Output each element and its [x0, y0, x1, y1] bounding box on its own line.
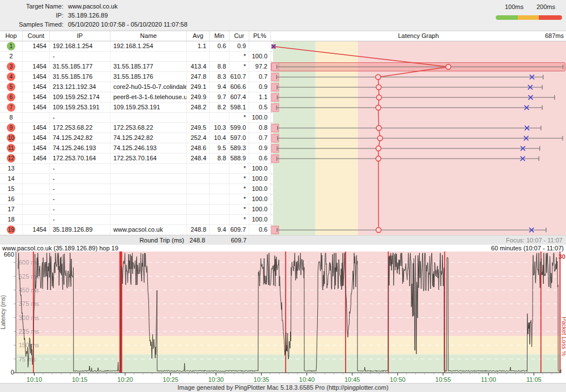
hop-row-3[interactable]: 3145431.55.185.17731.55.185.177413.48.8*…	[0, 62, 271, 72]
samples-timed-value: 05/10/2020 10:07:58 - 05/10/2020 11:07:5…	[68, 21, 188, 28]
timeline-header: www.pacsol.co.uk (35.189.126.89) hop 19 …	[0, 245, 566, 252]
hop-latency-graph[interactable]	[271, 41, 566, 235]
round-trip-bar: Round Trip (ms) 248.8 609.7 Focus: 10:07…	[0, 235, 566, 245]
gridline-label: 450 ms	[19, 287, 40, 293]
cell	[249, 41, 271, 51]
cell: 248.2	[187, 103, 210, 112]
cell: *	[229, 52, 249, 61]
cell: 10.3	[210, 123, 229, 133]
cell: 100.0	[249, 215, 271, 224]
hop-row-7[interactable]: 71454109.159.253.191109.159.253.191248.2…	[0, 103, 271, 113]
x-axis-time-label: 10:40	[299, 376, 315, 383]
hop-row-12[interactable]: 121454172.253.70.164172.253.70.164248.48…	[0, 154, 271, 164]
hop-row-6[interactable]: 61454109.159.252.174peer8-et-3-1-6.teleh…	[0, 92, 271, 103]
cell: 74.125.242.82	[110, 133, 187, 143]
cell	[110, 194, 187, 204]
average-latency-dot	[376, 146, 381, 151]
column-header-count[interactable]: Count	[23, 31, 50, 41]
latency-axis-label: Latency (ms)	[0, 295, 6, 330]
cell: 100.0	[249, 164, 271, 173]
cell: 100.0	[249, 113, 271, 122]
cell: -	[50, 194, 110, 204]
legend-100ms-label: 100ms	[505, 3, 524, 10]
x-axis-time-label: 10:45	[344, 376, 360, 383]
latency-graph-title: Latency Graph	[271, 31, 566, 41]
x-axis-time-label: 10:15	[72, 376, 88, 383]
column-header-cur[interactable]: Cur	[229, 31, 249, 41]
cell	[187, 52, 210, 61]
hop-row-18[interactable]: 18-*100.0	[0, 215, 271, 225]
cell	[110, 184, 187, 194]
packet-loss-max-label: 30	[559, 253, 565, 260]
x-axis-time-label: 10:20	[117, 376, 133, 383]
cell: peer8-et-3-1-6.telehouse.ukco	[110, 92, 187, 102]
cell	[23, 184, 50, 194]
hop-status-dot-red: 7	[7, 103, 15, 112]
hop-row-13[interactable]: 13-*100.0	[0, 164, 271, 174]
hop-number-cell: 3	[0, 62, 23, 71]
cell	[187, 174, 210, 184]
cell: 109.159.253.191	[110, 103, 187, 112]
latency-scale-legend: 100ms 200ms	[496, 3, 564, 23]
samples-timed-line: Samples Timed:05/10/2020 10:07:58 - 05/1…	[0, 20, 188, 28]
hop-status-dot-green: 1	[7, 42, 15, 50]
cell	[23, 164, 50, 173]
hop-number-cell: 12	[0, 154, 23, 163]
hop-row-17[interactable]: 17-*100.0	[0, 204, 271, 215]
cell	[210, 194, 229, 204]
column-header-ip[interactable]: IP	[50, 31, 110, 41]
average-latency-dot	[376, 126, 381, 131]
cell: 597.0	[229, 133, 249, 143]
hop-row-8[interactable]: 8-*100.0	[0, 113, 271, 123]
cell	[187, 194, 210, 204]
cell	[210, 204, 229, 214]
hop-row-11[interactable]: 11145474.125.246.19374.125.246.193248.69…	[0, 143, 271, 154]
cell: core2-hu0-15-0-7.colindale.uk	[110, 82, 187, 92]
hop-status-dot-red: 3	[7, 62, 15, 71]
cell: 248.6	[187, 143, 210, 153]
hop-row-2[interactable]: 2-*100.0	[0, 52, 271, 62]
column-header-min[interactable]: Min	[210, 31, 229, 41]
column-header-name[interactable]: Name	[110, 31, 187, 41]
cell: 0.8	[249, 123, 271, 133]
column-header-hop[interactable]: Hop	[0, 31, 23, 41]
cell: 0.5	[249, 103, 271, 112]
cell: 1.1	[249, 92, 271, 102]
cell	[187, 164, 210, 173]
legend-yellow-segment	[518, 15, 539, 20]
hop-status-dot-red: 6	[7, 93, 15, 101]
cell: 413.4	[187, 62, 210, 71]
hop-row-19[interactable]: 19145435.189.126.89www.pacsol.co.uk248.8…	[0, 225, 271, 235]
x-axis-time-label: 10:35	[254, 376, 270, 383]
hop-row-10[interactable]: 10145474.125.242.8274.125.242.82252.410.…	[0, 133, 271, 143]
cell: 35.189.126.89	[50, 225, 110, 235]
hop-row-5[interactable]: 51454213.121.192.34core2-hu0-15-0-7.coli…	[0, 82, 271, 92]
cell: *	[229, 113, 249, 122]
cell: 100.0	[249, 52, 271, 61]
average-latency-dot	[376, 156, 381, 161]
cell: -	[50, 113, 110, 122]
cell: 9.7	[210, 92, 229, 102]
hop-row-15[interactable]: 15-*100.0	[0, 184, 271, 194]
hop-row-4[interactable]: 4145431.55.185.17631.55.185.176247.88.36…	[0, 72, 271, 82]
cell: -	[50, 164, 110, 173]
cell: *	[229, 62, 249, 71]
hop-row-1[interactable]: 11454192.168.1.254192.168.1.2541.10.60.9	[0, 41, 271, 52]
cell: 0.7	[249, 133, 271, 143]
cell: 9.4	[210, 225, 229, 235]
cell: 610.7	[229, 72, 249, 82]
hop-row-16[interactable]: 16-*100.0	[0, 194, 271, 204]
cell: 172.253.68.22	[50, 123, 110, 133]
hop-number-cell: 9	[0, 123, 23, 133]
hop-number-cell: 15	[0, 184, 23, 194]
footer-credit: Image generated by PingPlotter Mac 5.18.…	[0, 383, 566, 392]
latency-timeline-chart[interactable]: 75 ms150 ms225 ms300 ms375 ms450 ms525 m…	[0, 252, 566, 383]
hop-status-dot-red: 9	[7, 123, 15, 132]
column-header-avg[interactable]: Avg	[187, 31, 210, 41]
cell: 606.6	[229, 82, 249, 92]
hop-row-14[interactable]: 14-*100.0	[0, 174, 271, 184]
column-header-plpct[interactable]: PL%	[249, 31, 271, 41]
hop-row-9[interactable]: 91454172.253.68.22172.253.68.22249.510.3…	[0, 123, 271, 133]
hop-number-cell: 17	[0, 204, 23, 214]
cell	[210, 52, 229, 61]
